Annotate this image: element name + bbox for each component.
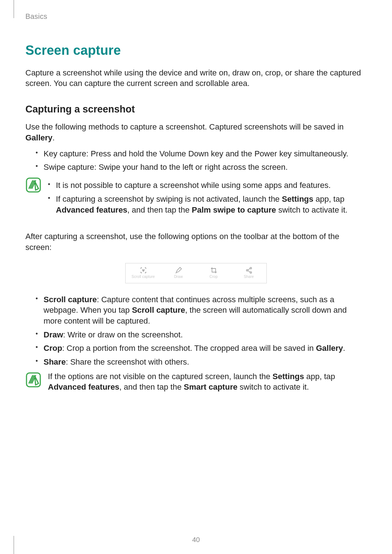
list-item: If capturing a screenshot by swiping is … [48,194,367,215]
intro2-paragraph: Use the following methods to capture a s… [25,122,367,143]
list-item: Swipe capture: Swipe your hand to the le… [36,162,367,173]
share-icon [245,267,253,274]
note1-b2-mid: app, tap [313,194,344,204]
share-rest: : Share the screenshot with others. [66,357,189,366]
toolbar-label: Share [244,274,254,279]
smart-capture-bold: Smart capture [184,382,237,391]
scroll-capture-title: Scroll capture [44,295,97,304]
note1-b2-pre: If capturing a screenshot by swiping is … [56,194,282,204]
intro2-post: . [53,133,55,142]
note2-paragraph: If the options are not visible on the ca… [48,371,367,393]
svg-point-2 [246,270,248,271]
list-item: Scroll capture: Capture content that con… [36,294,367,327]
note2-mid2: , and then tap the [119,382,184,391]
crop-pre: : Crop a portion from the screenshot. Th… [62,344,316,353]
draw-icon [175,267,182,274]
toolbar-item-crop: Crop [196,263,231,283]
after-capture-paragraph: After capturing a screenshot, use the fo… [25,231,367,253]
screenshot-toolbar: Scroll capture Draw Crop [125,263,267,283]
scroll-capture-icon [140,267,147,274]
settings-bold: Settings [282,194,313,204]
subsection-heading: Capturing a screenshot [25,103,367,116]
note-block-2: If the options are not visible on the ca… [25,371,367,397]
note2-post: switch to activate it. [237,382,309,391]
draw-title: Draw [44,330,63,339]
toolbar-label: Scroll capture [132,274,155,279]
intro-paragraph: Capture a screenshot while using the dev… [25,67,367,89]
crop-post: . [343,344,345,353]
settings-bold: Settings [273,372,304,381]
list-item: Share: Share the screenshot with others. [36,357,367,368]
section-heading: Screen capture [25,42,367,59]
document-page: Basics Screen capture Capture a screensh… [0,0,392,397]
draw-rest: : Write or draw on the screenshot. [63,330,183,339]
toolbar-label: Crop [209,274,217,279]
gallery-bold: Gallery [25,133,53,142]
crop-gallery-bold: Gallery [316,344,343,353]
list-item: It is not possible to capture a screensh… [48,180,367,191]
note-body: If the options are not visible on the ca… [48,371,367,397]
running-head: Basics [25,12,367,21]
note-body: It is not possible to capture a screensh… [48,176,367,218]
note1-b2-mid2: , and then tap the [127,205,192,214]
toolbar-item-draw: Draw [161,263,196,283]
note-block-1: It is not possible to capture a screensh… [25,176,367,218]
options-list: Scroll capture: Capture content that con… [36,294,367,368]
note-icon [25,177,41,193]
list-item: Key capture: Press and hold the Volume D… [36,148,367,159]
crop-icon [210,267,217,274]
note2-pre: If the options are not visible on the ca… [48,372,273,381]
list-item: Crop: Crop a portion from the screenshot… [36,343,367,354]
side-mark-top [13,0,14,18]
note2-mid: app, tap [304,372,335,381]
advanced-features-bold: Advanced features [48,382,119,391]
note-icon [25,372,41,388]
toolbar-figure: Scroll capture Draw Crop [25,263,367,283]
page-number: 40 [0,535,392,545]
intro2-pre: Use the following methods to capture a s… [25,122,344,131]
scroll-capture-bold-mid: Scroll capture [132,305,185,315]
toolbar-item-scroll-capture: Scroll capture [126,263,161,283]
toolbar-item-share: Share [231,263,266,283]
svg-point-1 [250,267,251,269]
method-list: Key capture: Press and hold the Volume D… [36,148,367,173]
palm-swipe-bold: Palm swipe to capture [192,205,276,214]
crop-title: Crop [44,344,62,353]
share-title: Share [44,357,66,366]
advanced-features-bold: Advanced features [56,205,127,214]
svg-point-3 [250,272,251,273]
note1-b2-post: switch to activate it. [276,205,348,214]
list-item: Draw: Write or draw on the screenshot. [36,329,367,340]
toolbar-label: Draw [174,274,183,279]
